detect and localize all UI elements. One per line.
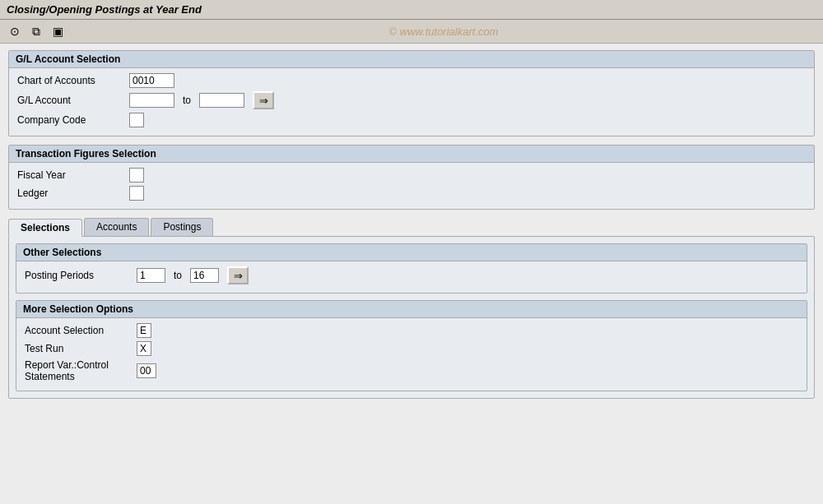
test-run-label: Test Run [25,343,132,354]
account-selection-input[interactable] [137,323,151,338]
copy-icon[interactable]: ⧉ [28,23,44,39]
posting-periods-row: Posting Periods to ⇒ [25,266,798,284]
company-code-row: Company Code [17,113,806,127]
chart-of-accounts-label: Chart of Accounts [17,75,124,86]
watermark: © www.tutorialkart.com [71,25,816,38]
tabs-row: Selections Accounts Postings [8,218,815,236]
ledger-label: Ledger [17,187,124,199]
gl-account-to-input[interactable] [199,93,244,108]
gl-account-to-label: to [183,95,191,106]
test-run-row: Test Run [25,341,798,356]
tab-selections[interactable]: Selections [8,219,82,237]
report-var-row: Report Var.:Control Statements [25,359,798,382]
posting-periods-from-input[interactable] [137,268,165,283]
gl-account-row: G/L Account to ⇒ [17,91,806,109]
gl-account-selection-box: G/L Account Selection Chart of Accounts … [8,50,815,136]
posting-periods-to-label: to [174,270,182,281]
tab-postings[interactable]: Postings [151,218,213,236]
company-code-label: Company Code [17,114,124,126]
report-var-input[interactable] [137,363,156,378]
other-selections-box: Other Selections Posting Periods to ⇒ [16,243,807,294]
gl-account-arrow-button[interactable]: ⇒ [253,91,274,109]
gl-account-from-input[interactable] [129,93,174,108]
account-selection-label: Account Selection [25,325,132,336]
gl-account-label: G/L Account [17,95,124,106]
test-run-input[interactable] [137,341,151,356]
report-var-label: Report Var.:Control Statements [25,359,132,382]
fiscal-year-row: Fiscal Year [17,168,806,183]
other-selections-title: Other Selections [16,244,807,261]
gl-account-selection-title: G/L Account Selection [9,51,814,68]
tab-accounts[interactable]: Accounts [84,218,149,236]
posting-periods-label: Posting Periods [25,270,132,281]
account-selection-row: Account Selection [25,323,798,338]
fiscal-year-label: Fiscal Year [17,169,124,181]
tab-content: Other Selections Posting Periods to ⇒ Mo… [8,236,815,399]
title-bar: Closing/Opening Postings at Year End [0,0,823,20]
ledger-row: Ledger [17,186,806,201]
back-icon[interactable]: ⊙ [7,23,23,39]
more-selection-options-box: More Selection Options Account Selection… [16,300,807,391]
transaction-figures-title: Transaction Figures Selection [9,146,814,163]
ledger-input[interactable] [129,186,144,201]
more-selection-options-title: More Selection Options [16,301,807,318]
transaction-figures-box: Transaction Figures Selection Fiscal Yea… [8,145,815,210]
toolbar: ⊙ ⧉ ▣ © www.tutorialkart.com [0,20,823,44]
fiscal-year-input[interactable] [129,168,144,183]
company-code-input[interactable] [129,113,144,127]
posting-periods-arrow-button[interactable]: ⇒ [227,266,249,284]
chart-of-accounts-row: Chart of Accounts [17,73,806,88]
page-title: Closing/Opening Postings at Year End [7,3,202,16]
save-icon[interactable]: ▣ [49,23,66,39]
chart-of-accounts-input[interactable] [129,73,174,88]
posting-periods-to-input[interactable] [190,268,219,283]
tabs-container: Selections Accounts Postings Other Selec… [8,218,815,399]
